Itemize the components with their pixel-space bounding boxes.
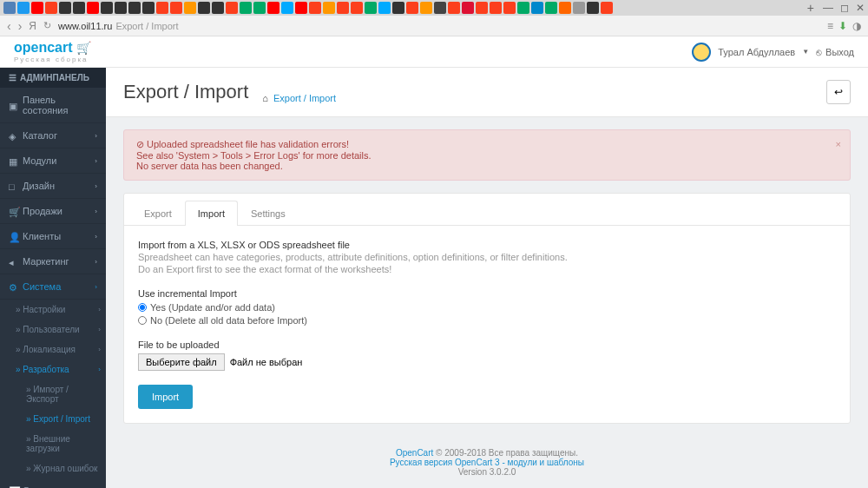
url-host: www.oil11.ru <box>58 21 112 31</box>
alert-close-button[interactable]: × <box>836 139 841 149</box>
nav-back-icon[interactable]: ‹ <box>7 19 11 33</box>
sidebar-item-5[interactable]: 👤Клиенты› <box>0 224 106 249</box>
browser-tab-bar: + — ◻ ✕ <box>0 0 868 16</box>
sidebar-item-3[interactable]: □Дизайн› <box>0 174 106 199</box>
tabs: Export Import Settings <box>124 194 850 226</box>
browser-nav-bar: ‹ › Я ↻ www.oil11.ru Export / Import ≡ ⬇… <box>0 16 868 36</box>
main-content: Export / Import ⌂ Export / Import ↩ ⊘ Up… <box>106 68 868 488</box>
dashboard-icon: ▣ <box>9 101 17 109</box>
user-icon: 👤 <box>9 232 17 241</box>
chevron-right-icon: › <box>95 233 97 241</box>
chevron-right-icon: › <box>95 157 97 165</box>
chevron-right-icon: › <box>95 208 97 215</box>
sidebar-item-8[interactable]: 📊Отчеты› <box>0 478 106 488</box>
window-min-icon[interactable]: — <box>823 2 833 14</box>
footer-rus-link[interactable]: Русская версия OpenCart 3 - модули и шаб… <box>390 458 584 467</box>
url-path: Export / Import <box>115 21 178 31</box>
file-choose-button[interactable]: Выберите файл <box>138 353 225 371</box>
sidebar-item-2[interactable]: ▦Модули› <box>0 148 106 174</box>
tag-icon: ◈ <box>9 131 17 140</box>
sidebar-sub-1[interactable]: » Пользователи› <box>0 320 106 340</box>
sidebar-sub-2[interactable]: » Локализация› <box>0 340 106 359</box>
sidebar-header: ☰ АДМИНПАНЕЛЬ <box>0 68 106 88</box>
window-close-icon[interactable]: ✕ <box>856 2 865 14</box>
alert-line1: Uploaded spreadsheet file has validation… <box>147 139 349 149</box>
sidebar-item-4[interactable]: 🛒Продажи› <box>0 199 106 224</box>
gear-icon: ⚙ <box>9 282 17 291</box>
file-none-text: Файл не выбран <box>230 357 303 367</box>
chevron-right-icon: › <box>98 326 101 333</box>
screen-icon: □ <box>9 181 17 190</box>
chevron-right-icon: › <box>98 306 101 313</box>
chevron-right-icon: › <box>95 182 97 190</box>
logo[interactable]: opencart 🛒 <box>14 40 91 56</box>
back-button[interactable]: ↩ <box>826 80 851 104</box>
share-icon: ◂ <box>9 257 17 266</box>
footer-opencart-link[interactable]: OpenCart <box>396 448 433 458</box>
breadcrumb: ⌂ Export / Import <box>262 93 336 103</box>
cart-icon: 🛒 <box>76 41 91 55</box>
window-max-icon[interactable]: ◻ <box>840 2 849 14</box>
puzzle-icon: ▦ <box>9 156 17 165</box>
sidebar-sub2-3[interactable]: » Журнал ошибок <box>0 458 106 478</box>
download-icon[interactable]: ⬇ <box>838 20 847 32</box>
reply-icon: ↩ <box>834 86 843 98</box>
alert-line3: No server data has been changed. <box>136 161 283 171</box>
menu-icon[interactable]: ☰ <box>9 73 16 82</box>
radio-no[interactable] <box>138 316 147 325</box>
logout-icon: ⎋ <box>816 47 822 57</box>
menu-icon[interactable]: ≡ <box>827 20 833 32</box>
home-icon[interactable]: ⌂ <box>262 93 268 103</box>
tab-export[interactable]: Export <box>131 201 185 226</box>
warning-icon: ⊘ <box>136 139 144 149</box>
content-panel: Export Import Settings Import from a XLS… <box>123 193 851 424</box>
page-header: Export / Import ⌂ Export / Import ↩ <box>106 68 868 117</box>
sidebar-item-0[interactable]: ▣Панель состояния <box>0 88 106 123</box>
chevron-right-icon: › <box>95 258 97 266</box>
username[interactable]: Турал Абдуллаев <box>718 47 795 57</box>
reload-icon[interactable]: ↻ <box>43 20 51 31</box>
ext-icon[interactable]: ◑ <box>852 20 861 32</box>
chevron-right-icon: › <box>95 283 97 291</box>
chevron-right-icon: › <box>98 346 101 353</box>
chevron-right-icon: › <box>98 366 101 373</box>
sidebar-sub-3[interactable]: » Разработка› <box>0 359 106 379</box>
sidebar-sub2-2[interactable]: » Внешние загрузки <box>0 429 106 458</box>
sidebar-sub-0[interactable]: » Настройки› <box>0 300 106 320</box>
nav-fwd-icon[interactable]: › <box>18 19 23 33</box>
avatar[interactable] <box>692 43 711 62</box>
import-help2: Do an Export first to see the exact form… <box>138 264 836 274</box>
chevron-right-icon: › <box>95 132 97 140</box>
page-title: Export / Import <box>123 81 248 103</box>
app-header: opencart 🛒 Русская сборка Турал Абдуллае… <box>0 36 868 68</box>
radio-no-row[interactable]: No (Delete all old data before Import) <box>138 315 836 326</box>
incremental-label: Use incremental Import <box>138 288 836 299</box>
sidebar-item-6[interactable]: ◂Маркетинг› <box>0 249 106 274</box>
tab-import[interactable]: Import <box>185 201 238 226</box>
sidebar: ☰ АДМИНПАНЕЛЬ ▣Панель состояния◈Каталог›… <box>0 68 106 488</box>
radio-yes[interactable] <box>138 303 147 312</box>
footer-version: Version 3.0.2.0 <box>458 467 516 477</box>
import-help1: Spreadsheet can have categories, product… <box>138 252 836 262</box>
error-alert: ⊘ Uploaded spreadsheet file has validati… <box>123 129 851 181</box>
import-button[interactable]: Import <box>138 385 193 409</box>
y-icon[interactable]: Я <box>29 20 36 32</box>
file-label: File to be uploaded <box>138 340 836 350</box>
alert-line2: See also 'System > Tools > Error Logs' f… <box>136 150 372 161</box>
sidebar-sub2-1[interactable]: » Export / Import <box>0 409 106 429</box>
cart-icon: 🛒 <box>9 207 17 215</box>
url-bar[interactable]: www.oil11.ru Export / Import <box>58 21 820 31</box>
breadcrumb-link[interactable]: Export / Import <box>273 93 336 103</box>
tab-settings[interactable]: Settings <box>238 201 299 226</box>
sidebar-item-7[interactable]: ⚙Система› <box>0 274 106 300</box>
sidebar-item-1[interactable]: ◈Каталог› <box>0 123 106 148</box>
user-dropdown-icon[interactable]: ▼ <box>802 48 809 56</box>
sidebar-sub2-0[interactable]: » Импорт / Экспорт <box>0 379 106 409</box>
import-title: Import from a XLS, XLSX or ODS spreadshe… <box>138 240 836 250</box>
logo-subtitle: Русская сборка <box>14 56 91 63</box>
radio-yes-row[interactable]: Yes (Update and/or add data) <box>138 302 836 313</box>
footer: OpenCart © 2009-2018 Все права защищены.… <box>106 436 868 488</box>
new-tab-button[interactable]: + <box>807 1 814 15</box>
logout-button[interactable]: ⎋ Выход <box>816 47 854 57</box>
